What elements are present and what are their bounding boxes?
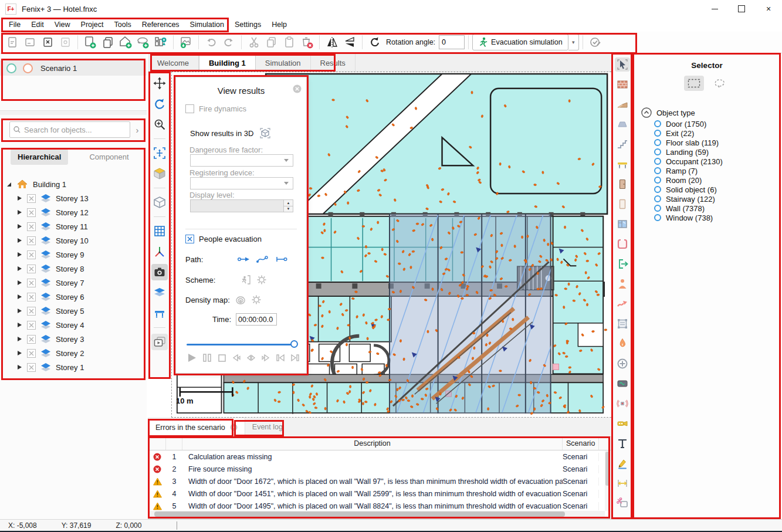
cut-icon[interactable] xyxy=(245,33,263,51)
lasso-select-icon[interactable] xyxy=(710,76,730,91)
select-tool-icon[interactable] xyxy=(615,57,630,72)
calculation-area-tool-icon[interactable] xyxy=(615,317,630,331)
evacuation-simulation-button[interactable]: Evacuation simulation xyxy=(472,34,568,50)
menu-simulation[interactable]: Simulation xyxy=(185,19,229,31)
storey-visibility-checkbox[interactable] xyxy=(27,279,36,287)
time-slider[interactable] xyxy=(187,340,297,348)
validate-icon[interactable] xyxy=(587,33,604,51)
add-building-icon[interactable] xyxy=(117,33,134,51)
expander-icon[interactable] xyxy=(15,349,23,357)
close-project-icon[interactable] xyxy=(39,33,56,51)
expander-icon[interactable] xyxy=(15,363,23,371)
type-circle-icon[interactable] xyxy=(654,130,661,137)
selector-item[interactable]: Occupant (2130) xyxy=(654,157,781,166)
landing-tool-icon[interactable] xyxy=(615,117,630,131)
rotate-view-icon[interactable] xyxy=(151,96,168,112)
tree-row-storey[interactable]: Storey 8 xyxy=(0,262,147,276)
selector-item[interactable]: Solid object (6) xyxy=(654,185,781,194)
import-image-icon[interactable] xyxy=(177,33,195,51)
tree-row-storey[interactable]: Storey 7 xyxy=(0,276,147,290)
opening-tool-icon[interactable] xyxy=(615,197,630,211)
tree-row-storey[interactable]: Storey 1 xyxy=(0,360,147,374)
error-table-row[interactable]: 2Fire source missingScenari xyxy=(148,463,611,475)
tree-row-storey[interactable]: Storey 4 xyxy=(0,318,147,332)
expander-icon[interactable] xyxy=(5,180,13,188)
path-curved-icon[interactable] xyxy=(256,255,270,264)
scheme-settings-gear-icon[interactable] xyxy=(256,275,267,285)
density-settings-gear-icon[interactable] xyxy=(251,294,262,305)
tree-row-storey[interactable]: Storey 11 xyxy=(0,219,147,233)
rectangle-select-icon[interactable] xyxy=(684,76,704,91)
type-circle-icon[interactable] xyxy=(654,148,661,155)
menu-references[interactable]: References xyxy=(137,19,185,31)
type-circle-icon[interactable] xyxy=(654,186,661,193)
isometric-view-icon[interactable] xyxy=(151,165,168,182)
to-start-icon[interactable] xyxy=(275,352,286,364)
collapse-icon[interactable] xyxy=(641,107,652,118)
zoom-in-icon[interactable] xyxy=(151,116,168,133)
expander-icon[interactable] xyxy=(15,335,23,343)
text-tool-icon[interactable] xyxy=(615,436,630,450)
show-layers-icon[interactable] xyxy=(151,284,168,301)
type-circle-icon[interactable] xyxy=(654,195,661,202)
type-circle-icon[interactable] xyxy=(654,177,661,184)
type-circle-icon[interactable] xyxy=(654,214,661,221)
door-tool-icon[interactable] xyxy=(615,177,630,191)
expander-icon[interactable] xyxy=(15,321,23,329)
error-table-row[interactable]: 4Width of door "Door 1451", which is pla… xyxy=(148,487,611,500)
ramp-tool-icon[interactable] xyxy=(615,97,630,111)
dangerous-fire-factor-select[interactable] xyxy=(190,154,293,167)
rotation-angle-input[interactable] xyxy=(439,35,465,49)
fit-to-selection-icon[interactable] xyxy=(151,145,168,161)
storey-visibility-checkbox[interactable] xyxy=(27,236,36,245)
paste-icon[interactable] xyxy=(280,33,298,51)
tab-simulation[interactable]: Simulation xyxy=(256,54,311,72)
pause-icon[interactable] xyxy=(201,352,213,364)
menu-file[interactable]: File xyxy=(4,19,26,31)
expander-icon[interactable] xyxy=(15,208,23,216)
expander-icon[interactable] xyxy=(15,250,23,259)
save-project-icon[interactable] xyxy=(56,33,74,51)
menu-settings[interactable]: Settings xyxy=(229,19,266,31)
expander-icon[interactable] xyxy=(15,194,23,202)
menu-project[interactable]: Project xyxy=(76,19,109,31)
presentation-mode-icon[interactable] xyxy=(151,334,168,350)
minimize-button[interactable] xyxy=(701,0,728,18)
scenario-row[interactable]: Scenario 1 xyxy=(0,60,147,76)
tree-row-storey[interactable]: Storey 3 xyxy=(0,332,147,346)
flip-vertical-icon[interactable] xyxy=(341,33,358,51)
storey-visibility-checkbox[interactable] xyxy=(27,335,36,344)
add-zone-icon[interactable] xyxy=(134,33,152,51)
fire-source-tool-icon[interactable] xyxy=(615,337,630,351)
selector-item[interactable]: Stairway (122) xyxy=(654,194,781,204)
expander-icon[interactable] xyxy=(15,293,23,301)
window-tool-icon[interactable] xyxy=(615,217,630,231)
storey-visibility-checkbox[interactable] xyxy=(27,363,36,372)
flip-horizontal-icon[interactable] xyxy=(323,33,341,51)
new-project-icon[interactable] xyxy=(4,33,21,51)
storey-visibility-checkbox[interactable] xyxy=(27,194,36,203)
copy-icon[interactable] xyxy=(263,33,280,51)
selector-item[interactable]: Exit (22) xyxy=(654,128,781,138)
show-grid-icon[interactable] xyxy=(151,223,168,239)
type-circle-icon[interactable] xyxy=(654,158,661,165)
show-results-3d-icon[interactable] xyxy=(258,127,272,140)
tab-event-log[interactable]: Event log xyxy=(245,418,290,436)
delete-icon[interactable] xyxy=(298,33,316,51)
expander-icon[interactable] xyxy=(15,279,23,287)
path-tool-icon[interactable] xyxy=(615,297,630,311)
registering-device-select[interactable] xyxy=(190,177,293,189)
tab-welcome[interactable]: Welcome xyxy=(148,54,199,72)
slider-handle[interactable] xyxy=(290,340,298,348)
display-level-spinner[interactable]: ▲▼ xyxy=(190,199,293,212)
menu-tools[interactable]: Tools xyxy=(109,19,136,31)
error-table-row[interactable]: 1Calculation areas missingScenari xyxy=(148,450,611,463)
storey-visibility-checkbox[interactable] xyxy=(27,222,36,231)
selector-item[interactable]: Landing (59) xyxy=(654,147,781,157)
selector-item[interactable]: Ramp (7) xyxy=(654,166,781,175)
tree-row-storey[interactable]: Storey 6 xyxy=(0,290,147,304)
storey-visibility-checkbox[interactable] xyxy=(27,208,36,217)
error-table-row[interactable]: 3Width of door "Door 1672", which is pla… xyxy=(148,475,611,487)
close-icon[interactable] xyxy=(293,84,302,93)
room-tool-icon[interactable] xyxy=(615,237,630,251)
